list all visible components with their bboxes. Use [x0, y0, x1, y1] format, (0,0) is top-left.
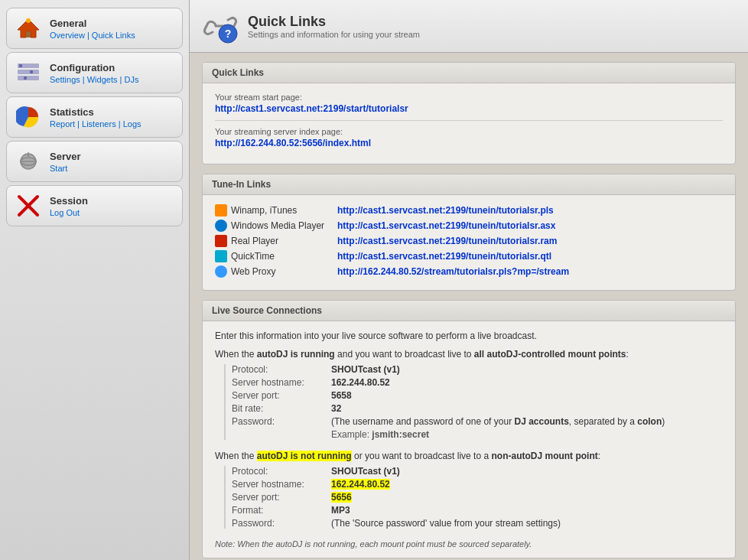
realplayer-label: Real Player: [231, 236, 278, 246]
realplayer-url[interactable]: http://cast1.servcast.net:2199/tunein/tu…: [337, 236, 557, 246]
tunein-row-webproxy: Web Proxy http://162.244.80.52/stream/tu…: [215, 265, 723, 278]
quicktime-icon: [215, 250, 227, 262]
nr-format-value: MP3: [331, 505, 350, 516]
autodj-running-end: :: [626, 349, 628, 360]
quick-links-section: Quick Links Your stream start page: http…: [202, 62, 736, 164]
svg-text:?: ?: [225, 28, 232, 40]
svg-rect-1: [26, 31, 31, 37]
server-icon: [15, 148, 42, 175]
winamp-icon: [215, 204, 227, 217]
wmp-icon: [215, 220, 227, 232]
nr-protocol-label: Protocol:: [232, 466, 331, 477]
not-running-suffix: or you want to broadcast live to a: [352, 451, 492, 461]
webproxy-url[interactable]: http://162.244.80.52/stream/tutorialsr.p…: [337, 266, 569, 277]
server-text: Server Start: [50, 151, 80, 173]
general-icon: [15, 15, 42, 42]
page-header: ? Quick Links Settings and information f…: [190, 0, 748, 53]
configuration-links[interactable]: Settings | Widgets | DJs: [50, 75, 138, 84]
nr-password-row: Password: (The 'Source password' value f…: [232, 518, 723, 529]
sidebar-item-session[interactable]: Session Log Out: [6, 185, 183, 226]
report-link[interactable]: Report: [50, 119, 75, 129]
stream-start-row: Your stream start page: http://cast1.ser…: [215, 93, 723, 114]
statistics-links[interactable]: Report | Listeners | Logs: [50, 119, 141, 129]
bitrate-label: Bit rate:: [232, 403, 331, 414]
nr-port-value: 5656: [331, 492, 352, 503]
svg-rect-5: [18, 76, 39, 80]
example-label: Example:: [331, 429, 372, 440]
nr-port-row: Server port: 5656: [232, 492, 723, 503]
not-running-end: :: [598, 451, 600, 461]
listeners-link[interactable]: Listeners: [82, 119, 116, 129]
svg-rect-8: [24, 77, 27, 80]
live-source-intro: Enter this information into your live so…: [215, 330, 723, 341]
nr-protocol-row: Protocol: SHOUTcast (v1): [232, 466, 723, 477]
server-index-row: Your streaming server index page: http:/…: [215, 127, 723, 148]
bitrate-row: Bit rate: 32: [232, 403, 723, 414]
server-links[interactable]: Start: [50, 164, 80, 173]
protocol-value: SHOUTcast (v1): [331, 364, 400, 375]
start-link[interactable]: Start: [50, 164, 67, 173]
configuration-text: Configuration Settings | Widgets | DJs: [50, 62, 138, 84]
wmp-url[interactable]: http://cast1.servcast.net:2199/tunein/tu…: [337, 220, 555, 231]
main-content: ? Quick Links Settings and information f…: [190, 0, 748, 560]
logout-link[interactable]: Log Out: [50, 208, 80, 217]
tunein-row-realplayer: Real Player http://cast1.servcast.net:21…: [215, 235, 723, 247]
content-area: Quick Links Your stream start page: http…: [190, 53, 748, 560]
quick-links-header: Quick Links: [203, 63, 735, 83]
nr-hostname-label: Server hostname:: [232, 479, 331, 490]
live-source-header: Live Source Connections: [203, 301, 735, 321]
not-running-highlight: autoDJ is not running: [257, 451, 352, 461]
statistics-text: Statistics Report | Listeners | Logs: [50, 106, 141, 129]
sidebar-item-general[interactable]: General Overview | Quick Links: [6, 8, 183, 49]
autodj-not-running-section: When the autoDJ is not running or you wa…: [215, 451, 723, 529]
svg-rect-6: [19, 64, 22, 67]
hostname-label: Server hostname:: [232, 377, 331, 388]
tunein-row-wmp: Windows Media Player http://cast1.servca…: [215, 220, 723, 232]
page-title: Quick Links: [248, 14, 420, 30]
tunein-header: Tune-In Links: [203, 174, 735, 195]
note-text: Note: When the autoDJ is not running, ea…: [215, 539, 723, 549]
webproxy-icon: [215, 265, 227, 278]
nr-protocol-value: SHOUTcast (v1): [331, 466, 400, 477]
nr-hostname-value: 162.244.80.52: [331, 479, 390, 490]
realplayer-name: Real Player: [215, 235, 337, 247]
password-value: (The username and password of one of you…: [331, 416, 665, 427]
password-label: Password:: [232, 416, 331, 427]
sidebar-item-statistics[interactable]: Statistics Report | Listeners | Logs: [6, 96, 183, 138]
sidebar-item-configuration[interactable]: Configuration Settings | Widgets | DJs: [6, 52, 183, 93]
port-row: Server port: 5658: [232, 390, 723, 401]
protocol-label: Protocol:: [232, 364, 331, 375]
server-index-label: Your streaming server index page:: [215, 127, 723, 136]
server-title: Server: [50, 151, 80, 162]
widgets-link[interactable]: Widgets: [87, 75, 118, 84]
sidebar-item-server[interactable]: Server Start: [6, 141, 183, 182]
settings-link[interactable]: Settings: [50, 75, 80, 84]
overview-link[interactable]: Overview: [50, 31, 85, 40]
protocol-row: Protocol: SHOUTcast (v1): [232, 364, 723, 375]
stream-start-url[interactable]: http://cast1.servcast.net:2199/start/tut…: [215, 103, 408, 114]
port-value: 5658: [331, 390, 352, 401]
session-text: Session Log Out: [50, 195, 88, 217]
wmp-label: Windows Media Player: [231, 220, 324, 231]
server-index-url[interactable]: http://162.244.80.52:5656/index.html: [215, 138, 371, 148]
autodj-not-running-intro: When the autoDJ is not running or you wa…: [215, 451, 723, 461]
general-text: General Overview | Quick Links: [50, 18, 135, 40]
live-source-body: Enter this information into your live so…: [203, 321, 735, 558]
session-title: Session: [50, 195, 88, 207]
session-links[interactable]: Log Out: [50, 208, 88, 217]
autodj-running-bold: all autoDJ-controlled mount points: [474, 349, 626, 360]
autodj-not-running-fields: Protocol: SHOUTcast (v1) Server hostname…: [224, 466, 723, 529]
realplayer-icon: [215, 235, 227, 247]
quicktime-url[interactable]: http://cast1.servcast.net:2199/tunein/tu…: [337, 251, 551, 262]
stream-start-label: Your stream start page:: [215, 93, 723, 102]
svg-point-2: [26, 18, 31, 23]
page-header-text: Quick Links Settings and information for…: [248, 14, 420, 39]
winamp-url[interactable]: http://cast1.servcast.net:2199/tunein/tu…: [337, 205, 554, 216]
quick-links-link[interactable]: Quick Links: [92, 31, 135, 40]
svg-rect-4: [18, 70, 39, 74]
logs-link[interactable]: Logs: [123, 119, 141, 129]
winamp-player-name: Winamp, iTunes: [215, 204, 337, 217]
general-links[interactable]: Overview | Quick Links: [50, 31, 135, 40]
password-row: Password: (The username and password of …: [232, 416, 723, 427]
djs-link[interactable]: DJs: [124, 75, 138, 84]
